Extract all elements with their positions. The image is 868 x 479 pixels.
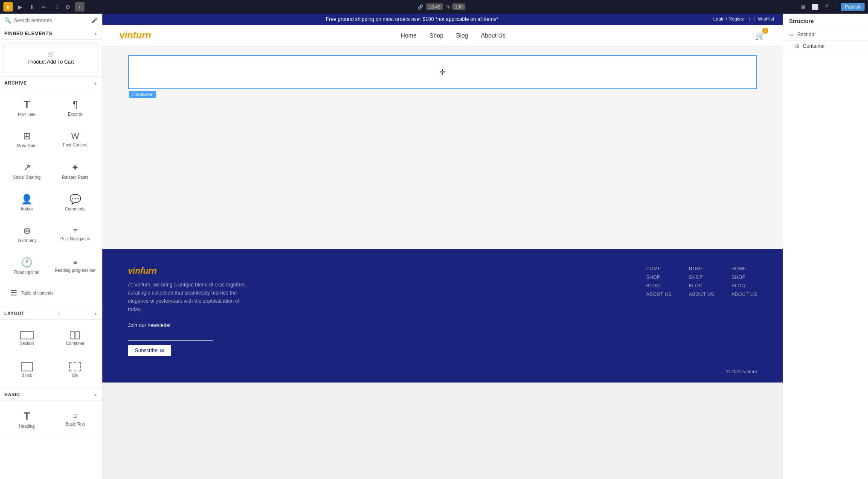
- nav-auth-right: Login / Register | ♡ Wishlist: [713, 16, 774, 22]
- zoom-value: 100: [452, 3, 465, 10]
- element-label: Container: [66, 341, 84, 346]
- element-post-content[interactable]: W Post Content: [52, 124, 99, 154]
- post-content-icon: W: [71, 131, 79, 141]
- div-icon: [69, 362, 81, 371]
- copyright-text: © 2023 vinfurn: [726, 369, 757, 374]
- element-label: Basic Text: [66, 422, 85, 426]
- excerpt-icon: ¶: [73, 99, 78, 110]
- footer-shop-1[interactable]: SHOP: [646, 275, 672, 280]
- element-post-navigation[interactable]: ≡ Post Navigation: [52, 219, 99, 249]
- reading-progress-icon: ≡: [73, 259, 77, 266]
- element-author[interactable]: 👤 Author: [3, 187, 50, 217]
- responsive-desktop[interactable]: 🖥: [798, 2, 808, 12]
- element-excerpt[interactable]: ¶ Excerpt: [52, 93, 99, 123]
- footer-home-1[interactable]: HOME: [646, 266, 672, 271]
- element-block[interactable]: Block: [3, 355, 50, 385]
- footer-shop-2[interactable]: SHOP: [689, 275, 714, 280]
- site-nav: vinfurn Home Shop Blog About Us 🛒 1: [102, 25, 783, 47]
- nav-blog[interactable]: Blog: [456, 32, 468, 39]
- footer-blog-2[interactable]: BLOG: [689, 283, 714, 288]
- footer-about-1[interactable]: ABOUT US: [646, 292, 672, 297]
- related-posts-icon: ✦: [71, 162, 79, 173]
- element-div[interactable]: Div: [52, 355, 99, 385]
- undo-button[interactable]: ↩: [39, 2, 49, 12]
- element-post-title[interactable]: T Post Title: [3, 93, 50, 123]
- dark-mode-button[interactable]: ☽: [51, 2, 61, 12]
- element-reading-time[interactable]: 🕐 Reading time: [3, 251, 50, 280]
- element-section[interactable]: Section: [3, 323, 50, 353]
- footer-shop-3[interactable]: SHOP: [732, 275, 757, 280]
- element-meta-data[interactable]: ⊞ Meta Data: [3, 124, 50, 154]
- footer-home-3[interactable]: HOME: [732, 266, 757, 271]
- layout-collapse-icon: ▲: [93, 311, 98, 316]
- play-button[interactable]: ▶: [15, 2, 25, 12]
- footer-about-2[interactable]: ABOUT US: [689, 292, 714, 297]
- section-archive-title: ARCHIVE: [4, 80, 27, 85]
- basic-text-icon: ≡: [73, 412, 77, 420]
- element-product-add-to-cart[interactable]: 🛒 Product Add To Cart: [3, 43, 99, 73]
- site-logo: vinfurn: [119, 30, 151, 41]
- search-voice-icon: 🎤: [91, 18, 98, 23]
- time-display: 10:45: [426, 3, 443, 10]
- settings-button[interactable]: ⚙: [63, 2, 73, 12]
- taxonomy-icon: ⊛: [23, 225, 31, 237]
- element-related-posts[interactable]: ✦ Related Posts: [52, 156, 99, 186]
- section-basic-header[interactable]: BASIC ▲: [0, 388, 102, 401]
- section-pinned-header[interactable]: PINNED ELEMENTS ▲: [0, 27, 102, 40]
- responsive-mobile[interactable]: 📱: [822, 2, 832, 12]
- link-icon: 🔗: [418, 4, 424, 10]
- structure-container-item[interactable]: ⊞ Container: [783, 41, 868, 52]
- canvas-content: ✛ Container: [102, 47, 783, 249]
- social-sharing-icon: ↗: [23, 162, 31, 173]
- element-comments[interactable]: 💬 Comments: [52, 187, 99, 217]
- basic-collapse-icon: ▲: [93, 392, 98, 397]
- element-reading-progress[interactable]: ≡ Reading progress bar: [52, 251, 99, 280]
- cart-button[interactable]: 🛒 1: [755, 30, 766, 41]
- search-icon: 🔍: [4, 17, 11, 23]
- nav-shop[interactable]: Shop: [430, 32, 444, 39]
- element-heading[interactable]: T Heading: [3, 404, 50, 434]
- subscribe-button[interactable]: Subscribe ✉: [128, 345, 171, 356]
- add-button[interactable]: +: [75, 2, 84, 12]
- section-archive-header[interactable]: ARCHIVE ▲: [0, 77, 102, 89]
- footer-blog-3[interactable]: BLOG: [732, 283, 757, 288]
- pinned-grid: 🛒 Product Add To Cart: [0, 40, 102, 77]
- login-register-link[interactable]: Login / Register: [713, 16, 746, 21]
- container-icon: [70, 331, 80, 339]
- element-container[interactable]: Container: [52, 323, 99, 353]
- post-navigation-icon: ≡: [73, 227, 77, 235]
- search-input[interactable]: [14, 18, 89, 23]
- site-footer: vinfurn At Vinfurn, we bring a unique bl…: [102, 249, 783, 383]
- canvas-container[interactable]: ✛ Container: [128, 55, 757, 89]
- email-icon: ✉: [160, 348, 164, 353]
- top-toolbar: b ▶ ⏸ ↩ ☽ ⚙ + 🔗 10:45 % 100 🖥 ⬜ 📱 Publis…: [0, 0, 868, 14]
- cart-badge: 1: [762, 28, 768, 34]
- nav-about[interactable]: About Us: [481, 32, 506, 39]
- canvas-area: Free ground shipping on most orders over…: [102, 14, 783, 479]
- toolbar-center: 🔗 10:45 % 100: [418, 3, 465, 10]
- element-label: Reading time: [14, 270, 39, 275]
- element-taxonomy[interactable]: ⊛ Taxonomy: [3, 219, 50, 249]
- structure-section-item[interactable]: ▭ Section: [783, 29, 868, 41]
- footer-blog-1[interactable]: BLOG: [646, 283, 672, 288]
- publish-button[interactable]: Publish: [841, 3, 865, 11]
- subscribe-label: Subscribe: [135, 348, 157, 353]
- wishlist-link[interactable]: ♡ Wishlist: [752, 16, 774, 21]
- app-logo: b: [3, 2, 13, 12]
- nav-home[interactable]: Home: [401, 32, 416, 39]
- element-social-sharing[interactable]: ↗ Social Sharing: [3, 156, 50, 186]
- newsletter-input[interactable]: [128, 331, 213, 341]
- element-label: Author: [20, 207, 33, 211]
- footer-home-2[interactable]: HOME: [689, 266, 714, 271]
- cart-icon: 🛒: [48, 51, 54, 57]
- stop-button[interactable]: ⏸: [27, 2, 37, 12]
- responsive-tablet[interactable]: ⬜: [810, 2, 820, 12]
- section-basic-title: BASIC: [4, 392, 20, 397]
- topbar-text: Free ground shipping on most orders over…: [326, 16, 498, 22]
- add-element-icon: ✛: [439, 67, 446, 77]
- element-basic-text[interactable]: ≡ Basic Text: [52, 404, 99, 434]
- element-table-of-contents[interactable]: ☰ Table of contents: [3, 282, 99, 304]
- footer-about-3[interactable]: ABOUT US: [732, 292, 757, 297]
- section-structure-icon: ▭: [789, 32, 794, 38]
- section-layout-header[interactable]: LAYOUT ℹ ▲: [0, 307, 102, 320]
